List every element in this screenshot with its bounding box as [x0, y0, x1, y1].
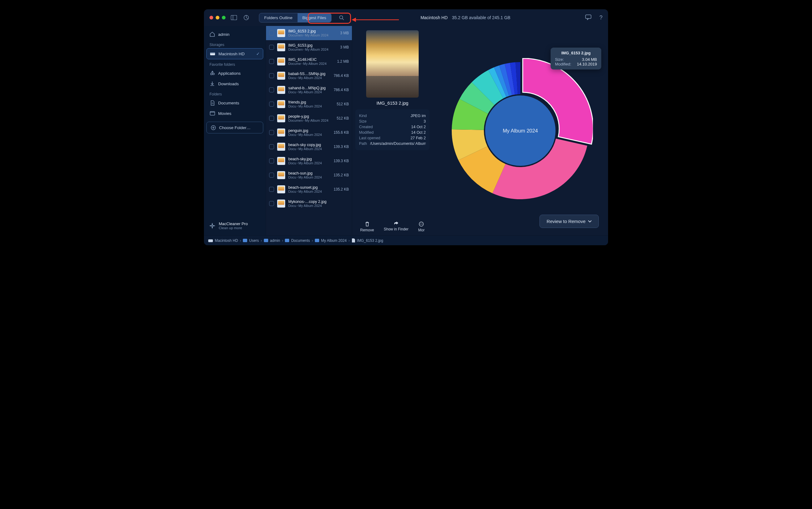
file-checkbox[interactable] [269, 201, 274, 206]
file-checkbox[interactable] [269, 116, 274, 121]
chevron-right-icon: › [349, 238, 350, 243]
file-checkbox[interactable] [269, 45, 274, 50]
file-path: Documen›My Album 2024 [288, 33, 337, 37]
file-thumbnail [277, 58, 285, 66]
review-to-remove-button[interactable]: Review to Remove [540, 215, 599, 228]
file-checkbox[interactable] [269, 73, 274, 78]
file-list[interactable]: IMG_6153 2.jpg Documen›My Album 2024 3 M… [266, 26, 352, 235]
sidebar-folder-item[interactable]: Movies [206, 108, 263, 118]
more-button[interactable]: Mor [418, 222, 425, 232]
app-logo-icon [209, 223, 216, 229]
file-path: Docu›My Album 2024 [288, 204, 346, 208]
file-row[interactable]: sahand-b…MNpQ.jpg Docu›My Album 2024 786… [266, 83, 352, 97]
file-checkbox[interactable] [269, 88, 274, 92]
sidebar-section-storages: Storages [206, 39, 263, 48]
minimize-window-button[interactable] [216, 16, 219, 20]
file-row[interactable]: IMG_6148.HEIC Docume›My Album 2024 1.2 M… [266, 54, 352, 69]
choose-folder-button[interactable]: Choose Folder… [206, 122, 263, 133]
help-icon[interactable]: ? [599, 14, 603, 21]
show-in-finder-button[interactable]: Show in Finder [384, 222, 409, 232]
file-name: penguin.jpg [288, 129, 331, 133]
breadcrumb-segment[interactable]: My Album 2024 [315, 238, 347, 243]
file-thumbnail [277, 129, 285, 137]
sidebar-storage-item[interactable]: Macintosh HD ✓ [206, 48, 263, 59]
sidebar-toggle-icon[interactable] [230, 13, 238, 22]
file-name: IMG_6148.HEIC [288, 58, 334, 62]
tab-folders-outline[interactable]: Folders Outline [259, 13, 297, 22]
sidebar-home[interactable]: admin [206, 29, 263, 39]
file-size: 1.2 MB [337, 59, 349, 64]
file-name: beach-sky.jpg [288, 157, 331, 161]
file-checkbox[interactable] [269, 102, 274, 107]
file-checkbox[interactable] [269, 173, 274, 178]
file-path: Docu›My Album 2024 [288, 161, 331, 165]
file-row[interactable]: beach-sun.jpg Docu›My Album 2024 135.2 K… [266, 168, 352, 182]
sidebar-fav-item[interactable]: Applications [206, 68, 263, 78]
breadcrumb-segment[interactable]: IMG_6153 2.jpg [352, 238, 383, 243]
zoom-window-button[interactable] [222, 16, 226, 20]
app-window: Folders OutlineBiggest Files Macintosh H… [204, 9, 608, 245]
file-size: 135.2 KB [334, 187, 349, 192]
file-row[interactable]: penguin.jpg Docu›My Album 2024 155.6 KB [266, 125, 352, 140]
file-row[interactable]: beach-sky.jpg Docu›My Album 2024 139.3 K… [266, 154, 352, 168]
file-row[interactable]: IMG_6153.jpg Documen›My Album 2024 3 MB [266, 40, 352, 54]
donut-tooltip: IMG_6153 2.jpg Size:3.04 MB Modified:14.… [551, 47, 601, 69]
disk-name: Macintosh HD [421, 15, 448, 20]
sidebar-folder-item[interactable]: Documents [206, 98, 263, 108]
tooltip-row: Modified:14.10.2019 [555, 62, 597, 66]
svg-line-4 [343, 19, 344, 20]
breadcrumb-segment[interactable]: admin [264, 238, 280, 243]
sidebar-fav-item[interactable]: Downloads [206, 78, 263, 89]
file-path: Docu›My Album 2024 [288, 76, 331, 80]
remove-button[interactable]: Remove [360, 222, 374, 232]
donut-chart[interactable]: IMG_6153 2.jpgIMG_6153.jpgIMG_6148.HEICb… [448, 58, 593, 203]
storage-status: Macintosh HD 35.2 GB available of 245.1 … [421, 15, 511, 20]
breadcrumb-segment[interactable]: Users [243, 238, 259, 243]
file-row[interactable]: IMG_6153 2.jpg Documen›My Album 2024 3 M… [266, 26, 352, 40]
file-row[interactable]: beach-sky copy.jpg Docu›My Album 2024 13… [266, 140, 352, 154]
breadcrumb[interactable]: Macintosh HD›Users›admin›Documents›My Al… [204, 235, 608, 245]
file-checkbox[interactable] [269, 187, 274, 192]
disk-icon [210, 51, 215, 57]
sidebar-footer[interactable]: MacCleaner Pro Clean up more [206, 219, 263, 232]
svg-point-15 [485, 96, 556, 166]
file-list-column: IMG_6153 2.jpg Documen›My Album 2024 3 M… [266, 26, 352, 235]
file-checkbox[interactable] [269, 31, 274, 36]
chart-view-icon[interactable] [242, 13, 250, 22]
file-size: 135.2 KB [334, 173, 349, 177]
file-thumbnail [277, 157, 285, 165]
file-path: Docu›My Album 2024 [288, 147, 331, 151]
search-icon[interactable] [338, 13, 346, 22]
donut-chart-panel: IMG_6153 2.jpgIMG_6153.jpgIMG_6148.HEICb… [432, 26, 608, 235]
file-row[interactable]: Mykonos-…copy 2.jpg Docu›My Album 2024 [266, 197, 352, 211]
doc-icon [209, 100, 215, 106]
breadcrumb-segment[interactable]: Documents [285, 238, 310, 243]
tab-biggest-files[interactable]: Biggest Files [297, 13, 331, 22]
file-row[interactable]: babali-5S…SMNp.jpg Docu›My Album 2024 78… [266, 69, 352, 83]
sidebar-section-folders: Folders [206, 89, 263, 98]
file-checkbox[interactable] [269, 159, 274, 163]
file-path: Documen›My Album 2024 [288, 118, 334, 122]
preview-filename: IMG_6153 2.jpg [355, 101, 429, 106]
file-row[interactable]: people-y.jpg Documen›My Album 2024 512 K… [266, 111, 352, 125]
feedback-icon[interactable] [585, 14, 591, 21]
file-thumbnail [277, 143, 285, 151]
meta-row: Kind JPEG im [359, 114, 426, 118]
file-name: IMG_6153.jpg [288, 43, 337, 47]
file-checkbox[interactable] [269, 130, 274, 135]
file-size: 139.3 KB [334, 159, 349, 163]
close-window-button[interactable] [209, 16, 213, 20]
file-row[interactable]: friends.jpg Docu›My Album 2024 512 KB [266, 97, 352, 111]
file-checkbox[interactable] [269, 59, 274, 64]
file-row[interactable]: beach-sunset.jpg Docu›My Album 2024 135.… [266, 182, 352, 197]
plus-circle-icon [210, 125, 216, 130]
file-name: sahand-b…MNpQ.jpg [288, 86, 331, 90]
file-size: 512 KB [337, 102, 349, 106]
file-checkbox[interactable] [269, 144, 274, 149]
meta-row: Created 14 Oct 2 [359, 125, 426, 129]
disk-available: 35.2 GB available of 245.1 GB [452, 15, 511, 20]
breadcrumb-segment[interactable]: Macintosh HD [208, 238, 238, 243]
window-controls [209, 16, 226, 20]
file-path: Docu›My Album 2024 [288, 190, 331, 193]
check-icon: ✓ [256, 51, 260, 56]
